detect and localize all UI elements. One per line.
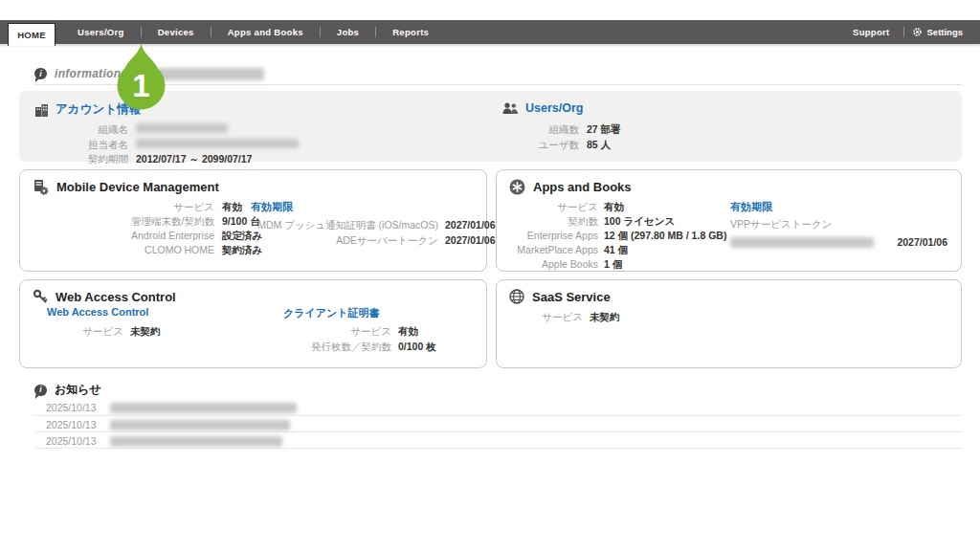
information-divider [34,84,962,85]
field-label: サービス [283,324,391,340]
vpp-expiry-date: 2027/01/06 [897,236,947,248]
web-access-control-card: Web Access Control Web Access Control サー… [19,279,487,368]
field-label: サービス [47,324,123,340]
field-label: 担当者名 [48,138,128,153]
field-value: 27 部署 [587,122,621,138]
tab-devices[interactable]: Devices [142,20,211,44]
field-label: Android Enterprise [47,229,214,243]
step-marker-1: 1 [114,42,168,118]
field-value: 2012/07/17 ～ 2099/07/17 [136,152,299,167]
notice-row[interactable]: 2025/10/13 [34,432,962,449]
tab-jobs[interactable]: Jobs [321,20,375,44]
mdm-title-text: Mobile Device Management [56,180,219,194]
field-value: 0/100 枚 [398,340,436,355]
field-label: 管理端末数/契約数 [47,214,214,229]
expiry-label: ADEサーバートークン [251,233,438,249]
mdm-card-title: Mobile Device Management [33,179,219,195]
wac-sub-link[interactable]: Web Access Control [47,306,148,318]
field-value: 41 個 [604,243,726,257]
wac-card-title: Web Access Control [33,289,176,304]
saas-service-card: SaaS Service サービス 未契約 [496,279,962,368]
mdm-expiry-link[interactable]: 有効期限 [251,200,496,214]
field-value: 未契約 [130,324,161,340]
users-org-title: Users/Org [525,101,583,115]
tab-home-active[interactable]: HOME [8,23,56,46]
saas-title-text: SaaS Service [532,290,611,304]
notices-title: お知らせ [55,382,101,398]
field-value: 100 ライセンス [604,214,726,229]
field-label: サービス [47,200,214,214]
field-label: サービス [510,310,583,325]
users-org-fields: 組織数 27 部署 ユーザ数 85 人 [522,122,621,152]
tab-users-org[interactable]: Users/Org [61,20,141,44]
field-label: MarketPlace Apps [510,243,598,257]
notice-row[interactable]: 2025/10/13 [34,399,962,416]
field-value: 有効 [604,200,726,214]
information-title: information [55,67,121,80]
apps-books-fields: サービス 有効 契約数 100 ライセンス Enterprise Apps 12… [510,200,726,272]
key-icon [33,289,48,304]
notice-date: 2025/10/13 [46,419,97,430]
expiry-label: MDM プッシュ通知証明書 (iOS/macOS) [251,218,438,233]
tab-reports[interactable]: Reports [376,20,445,44]
field-value-redacted [136,122,299,138]
expiry-date: 2027/01/06 [445,218,496,233]
apps-books-card-title: Apps and Books [509,179,632,195]
nav-tabs: Users/Org Devices Apps and Books Jobs Re… [61,20,445,44]
mdm-fields: サービス 有効 管理端末数/契約数 9/100 台 Android Enterp… [47,200,262,257]
globe-icon [509,289,524,304]
settings-label: Settings [927,27,963,37]
wac-title-text: Web Access Control [56,290,176,304]
field-label: 契約期間 [48,152,128,167]
notices-list: 2025/10/13 2025/10/13 2025/10/13 [34,399,962,449]
notice-row[interactable]: 2025/10/13 [34,416,962,432]
vpp-token-label: VPPサービストークン [730,218,947,231]
nav-right-group: Support Settings [839,20,970,44]
wac-left-fields: サービス 未契約 [47,324,161,340]
notice-date: 2025/10/13 [46,402,97,413]
expiry-date: 2027/01/06 [445,233,496,249]
field-label: 発行枚数／契約数 [283,340,391,355]
wac-right-fields: サービス 有効 発行枚数／契約数 0/100 枚 [283,324,436,354]
apps-books-card: Apps and Books サービス 有効 契約数 100 ライセンス Ent… [496,169,962,272]
gear-icon [912,27,923,37]
marker-number: 1 [132,68,149,103]
mdm-expiry-block: 有効期限 MDM プッシュ通知証明書 (iOS/macOS) 2027/01/0… [251,200,496,248]
info-bubble-icon: i [34,385,47,396]
settings-button[interactable]: Settings [904,20,970,44]
clomo-home-page: Users/Org Devices Apps and Books Jobs Re… [0,0,980,551]
field-label: CLOMO HOME [47,243,214,257]
users-org-link[interactable]: Users/Org [502,101,583,115]
field-value: 未契約 [590,310,620,325]
redacted-vpp-token [730,237,874,248]
field-label: 契約数 [510,214,598,229]
field-label: Apple Books [510,257,598,272]
mdm-card: Mobile Device Management サービス 有効 管理端末数/契… [19,169,487,272]
buildings-icon [34,103,49,117]
top-navbar: Users/Org Devices Apps and Books Jobs Re… [0,20,980,44]
saas-card-title: SaaS Service [509,289,611,304]
apps-expiry-block: 有効期限 VPPサービストークン 2027/01/06 [730,200,947,248]
app-store-icon [509,179,525,195]
apps-expiry-link[interactable]: 有効期限 [730,200,947,214]
notices-heading: i お知らせ [34,382,101,398]
redacted-notice-text [110,403,297,413]
client-cert-link[interactable]: クライアント証明書 [283,306,380,320]
field-value: 12 個 (297.80 MB / 1.8 GB) [604,229,726,243]
field-label: 組織数 [522,122,579,138]
notice-date: 2025/10/13 [46,435,97,447]
info-bubble-icon: i [34,68,47,79]
field-value: 有効 [398,324,436,340]
field-label: 組織名 [48,122,128,138]
support-link[interactable]: Support [839,20,903,44]
field-label: サービス [510,200,598,214]
field-label: Enterprise Apps [510,229,598,243]
redacted-notice-text [110,436,282,447]
field-value: 1 個 [604,257,726,272]
users-icon [502,102,519,115]
apps-books-title-text: Apps and Books [533,180,632,194]
tab-apps-and-books[interactable]: Apps and Books [212,20,320,44]
field-value-redacted [136,138,299,153]
field-value: 85 人 [587,138,621,153]
account-fields: 組織名 担当者名 契約期間 2012/07/17 ～ 2099/07/17 [48,122,299,167]
